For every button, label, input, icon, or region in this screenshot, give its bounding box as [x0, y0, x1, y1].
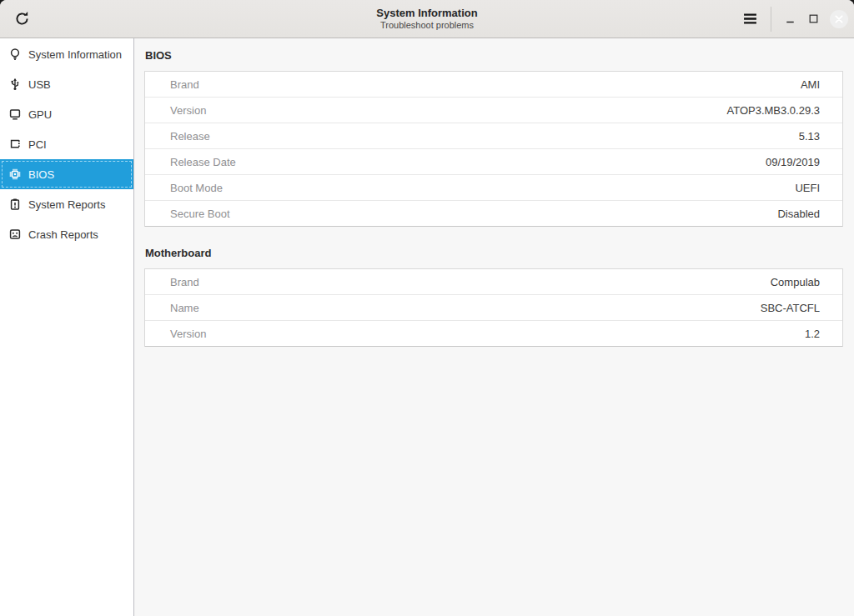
row-value: ATOP3.MB3.0.29.3 — [726, 104, 842, 117]
maximize-button[interactable] — [801, 7, 825, 32]
sidebar-item-gpu[interactable]: GPU — [0, 99, 133, 129]
row-key: Name — [145, 302, 199, 314]
row-key: Brand — [145, 78, 199, 91]
headerbar: System Information Troubleshoot problems — [0, 0, 854, 38]
sidebar-item-pci[interactable]: PCI — [0, 129, 133, 159]
sidebar-item-system-information[interactable]: System Information — [0, 39, 133, 69]
table-row: Version ATOP3.MB3.0.29.3 — [145, 97, 842, 123]
key-value-table: Brand Compulab Name SBC-ATCFL Version 1.… — [144, 268, 843, 347]
hamburger-icon — [741, 10, 759, 28]
table-row: Release 5.13 — [145, 123, 842, 148]
table-row: Brand AMI — [145, 72, 842, 97]
row-value: 1.2 — [805, 328, 842, 340]
section-title: Motherboard — [145, 247, 843, 259]
sidebar-item-usb[interactable]: USB — [0, 69, 133, 99]
row-key: Boot Mode — [145, 182, 223, 194]
row-key: Release Date — [145, 156, 236, 168]
section-title: BIOS — [145, 49, 843, 62]
sidebar-item-label: BIOS — [28, 168, 54, 181]
sidebar-item-label: USB — [28, 78, 51, 91]
table-row: Brand Compulab — [145, 269, 842, 294]
row-value: 09/19/2019 — [766, 156, 842, 168]
sidebar-item-label: Crash Reports — [28, 228, 98, 241]
row-key: Release — [145, 130, 210, 143]
row-value: 5.13 — [799, 130, 842, 143]
content-area: BIOS Brand AMI Version ATOP3.MB3.0.29.3 … — [134, 38, 854, 616]
chip-icon — [8, 168, 22, 181]
close-icon — [833, 13, 845, 25]
sidebar: System Information USB GPU PCI BIOS Syst… — [0, 38, 134, 616]
close-button[interactable] — [830, 10, 848, 28]
window-title-block: System Information Troubleshoot problems — [0, 0, 854, 38]
lightbulb-icon — [8, 48, 22, 61]
section-motherboard: Motherboard Brand Compulab Name SBC-ATCF… — [144, 247, 843, 347]
row-value: Compulab — [771, 276, 842, 288]
row-value: SBC-ATCFL — [761, 302, 842, 314]
row-key: Brand — [145, 276, 199, 288]
window-controls — [737, 7, 854, 32]
refresh-button[interactable] — [9, 7, 34, 32]
row-value: Disabled — [777, 208, 842, 220]
header-separator — [771, 7, 771, 32]
table-row: Name SBC-ATCFL — [145, 294, 842, 320]
sidebar-item-label: System Reports — [28, 198, 105, 211]
sidebar-item-label: System Information — [28, 48, 122, 61]
menu-button[interactable] — [737, 7, 762, 32]
minimize-icon — [784, 16, 796, 28]
table-row: Boot Mode UEFI — [145, 174, 842, 200]
key-value-table: Brand AMI Version ATOP3.MB3.0.29.3 Relea… — [144, 71, 843, 227]
refresh-icon — [13, 10, 31, 28]
row-value: UEFI — [795, 182, 842, 194]
clipboard-alert-icon — [8, 198, 22, 211]
row-key: Version — [145, 104, 206, 117]
pci-card-icon — [8, 138, 22, 151]
window-title: System Information — [376, 7, 477, 20]
usb-icon — [8, 78, 22, 91]
app-window: System Information Troubleshoot problems… — [0, 0, 854, 616]
display-icon — [8, 108, 22, 121]
section-bios: BIOS Brand AMI Version ATOP3.MB3.0.29.3 … — [144, 49, 843, 227]
maximize-icon — [807, 13, 820, 25]
window-subtitle: Troubleshoot problems — [380, 20, 474, 32]
crash-face-icon — [8, 228, 22, 241]
row-key: Secure Boot — [145, 208, 230, 220]
table-row: Secure Boot Disabled — [145, 200, 842, 226]
table-row: Release Date 09/19/2019 — [145, 148, 842, 174]
table-row: Version 1.2 — [145, 320, 842, 346]
sidebar-item-bios[interactable]: BIOS — [0, 159, 133, 189]
app-body: System Information USB GPU PCI BIOS Syst… — [0, 38, 854, 616]
sidebar-item-system-reports[interactable]: System Reports — [0, 189, 133, 219]
sidebar-item-label: GPU — [28, 108, 52, 121]
minimize-button[interactable] — [778, 7, 801, 32]
row-key: Version — [145, 328, 206, 340]
row-value: AMI — [801, 78, 842, 91]
sidebar-item-crash-reports[interactable]: Crash Reports — [0, 219, 133, 249]
sidebar-item-label: PCI — [28, 138, 47, 151]
